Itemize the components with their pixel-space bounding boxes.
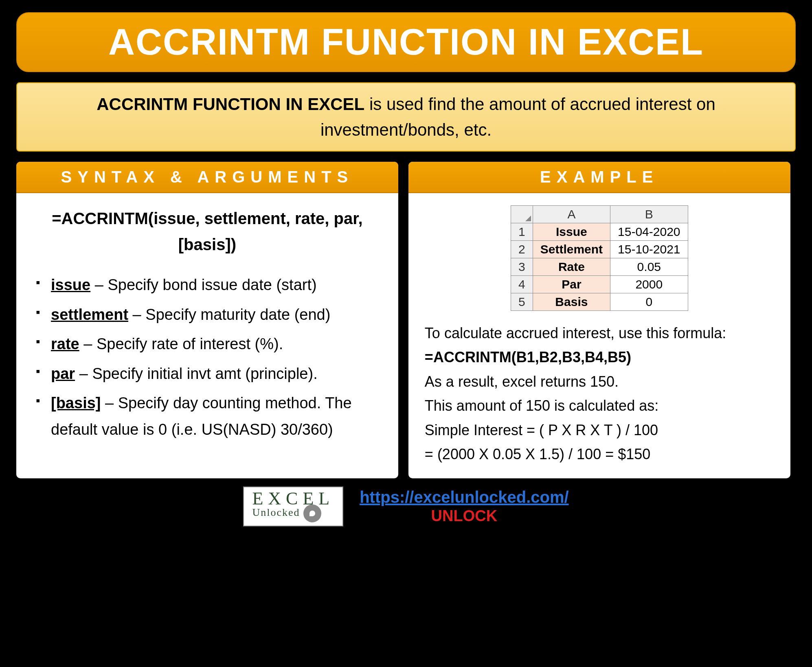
example-calc-formula: Simple Interest = ( P X R X T ) / 100 xyxy=(425,418,774,442)
syntax-body: =ACCRINTM(issue, settlement, rate, par, … xyxy=(16,193,398,478)
description-text: ACCRINTM FUNCTION IN EXCEL is used find … xyxy=(33,91,779,143)
footer-unlock: UNLOCK xyxy=(360,507,568,525)
arg-name-basis: [basis] xyxy=(51,394,101,412)
columns: SYNTAX & ARGUMENTS =ACCRINTM(issue, sett… xyxy=(16,162,796,478)
arg-rate: rate – Specify rate of interest (%). xyxy=(33,331,382,357)
arg-basis: [basis] – Specify day counting method. T… xyxy=(33,390,382,442)
footer: EXCEL Unlocked https://excelunlocked.com… xyxy=(16,486,796,526)
arg-name-issue: issue xyxy=(51,276,90,293)
example-column: EXAMPLE A B 1 Issue 15-04-2020 2 xyxy=(408,162,790,478)
title-banner: ACCRINTM FUNCTION IN EXCEL xyxy=(16,12,796,72)
arg-desc-par: – Specify initial invt amt (principle). xyxy=(75,365,318,382)
example-panel: EXAMPLE A B 1 Issue 15-04-2020 2 xyxy=(408,162,790,478)
row-value: 15-04-2020 xyxy=(610,223,688,241)
syntax-panel: SYNTAX & ARGUMENTS =ACCRINTM(issue, sett… xyxy=(16,162,398,478)
arg-desc-issue: – Specify bond issue date (start) xyxy=(90,276,317,293)
syntax-header: SYNTAX & ARGUMENTS xyxy=(16,162,398,193)
arg-settlement: settlement – Specify maturity date (end) xyxy=(33,302,382,328)
footer-link[interactable]: https://excelunlocked.com/ xyxy=(360,488,568,506)
example-table: A B 1 Issue 15-04-2020 2 Settlement 15-1… xyxy=(511,205,688,311)
row-value: 15-10-2021 xyxy=(610,241,688,258)
row-num: 2 xyxy=(511,241,533,258)
row-label: Rate xyxy=(533,258,610,276)
row-value: 0 xyxy=(610,293,688,311)
row-label: Par xyxy=(533,276,610,293)
argument-list: issue – Specify bond issue date (start) … xyxy=(33,272,382,443)
example-result: As a result, excel returns 150. xyxy=(425,370,774,394)
table-row: 4 Par 2000 xyxy=(511,276,688,293)
syntax-column: SYNTAX & ARGUMENTS =ACCRINTM(issue, sett… xyxy=(16,162,398,478)
table-row: 5 Basis 0 xyxy=(511,293,688,311)
arg-desc-settlement: – Specify maturity date (end) xyxy=(128,306,330,323)
row-label: Basis xyxy=(533,293,610,311)
table-corner xyxy=(511,206,533,223)
syntax-formula: =ACCRINTM(issue, settlement, rate, par, … xyxy=(33,205,382,258)
arg-name-rate: rate xyxy=(51,335,79,352)
logo: EXCEL Unlocked xyxy=(243,486,343,526)
col-a-header: A xyxy=(533,206,610,223)
example-formula: =ACCRINTM(B1,B2,B3,B4,B5) xyxy=(425,345,774,369)
description-box: ACCRINTM FUNCTION IN EXCEL is used find … xyxy=(16,82,796,152)
page-title: ACCRINTM FUNCTION IN EXCEL xyxy=(33,21,779,63)
row-label: Issue xyxy=(533,223,610,241)
description-rest: is used find the amount of accrued inter… xyxy=(320,95,715,139)
footer-right: https://excelunlocked.com/ UNLOCK xyxy=(360,488,568,525)
keyhole-icon xyxy=(303,504,321,522)
col-b-header: B xyxy=(610,206,688,223)
example-calc-intro: This amount of 150 is calculated as: xyxy=(425,394,774,418)
row-num: 1 xyxy=(511,223,533,241)
arg-name-settlement: settlement xyxy=(51,306,128,323)
arg-par: par – Specify initial invt amt (principl… xyxy=(33,361,382,387)
description-bold: ACCRINTM FUNCTION IN EXCEL xyxy=(97,95,364,114)
example-intro: To calculate accrued interest, use this … xyxy=(425,321,774,345)
row-value: 2000 xyxy=(610,276,688,293)
example-calc-numbers: = (2000 X 0.05 X 1.5) / 100 = $150 xyxy=(425,442,774,466)
row-value: 0.05 xyxy=(610,258,688,276)
row-num: 4 xyxy=(511,276,533,293)
logo-sub-label: Unlocked xyxy=(252,506,300,518)
example-text: To calculate accrued interest, use this … xyxy=(425,321,774,466)
example-header: EXAMPLE xyxy=(408,162,790,193)
table-header-row: A B xyxy=(511,206,688,223)
arg-issue: issue – Specify bond issue date (start) xyxy=(33,272,382,298)
row-label: Settlement xyxy=(533,241,610,258)
table-row: 2 Settlement 15-10-2021 xyxy=(511,241,688,258)
arg-desc-rate: – Specify rate of interest (%). xyxy=(79,335,283,352)
example-body: A B 1 Issue 15-04-2020 2 Settlement 15-1… xyxy=(408,193,790,478)
arg-name-par: par xyxy=(51,365,75,382)
logo-text-wrap: EXCEL Unlocked xyxy=(252,491,334,522)
table-row: 1 Issue 15-04-2020 xyxy=(511,223,688,241)
table-row: 3 Rate 0.05 xyxy=(511,258,688,276)
row-num: 5 xyxy=(511,293,533,311)
row-num: 3 xyxy=(511,258,533,276)
